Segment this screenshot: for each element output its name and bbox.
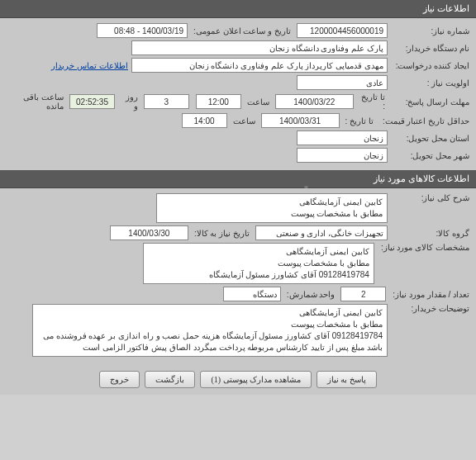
response-deadline-label: مهلت ارسال پاسخ: [391, 97, 469, 107]
need-title-field[interactable]: کابین ایمنی آزمایشگاهی مطابق با مشخصات پ… [156, 193, 388, 223]
needby-label: تاریخ نیاز به کالا: [192, 229, 252, 238]
section1-title: اطلاعات نیاز [423, 3, 469, 13]
validity-todate-label: تا تاریخ : [343, 116, 376, 126]
section2-title: اطلاعات کالاهای مورد نیاز [374, 173, 469, 183]
validity-time-field[interactable] [182, 113, 227, 128]
remain-time-field[interactable] [69, 94, 115, 109]
response-time-label: ساعت [245, 97, 272, 107]
buyer-org-field[interactable] [131, 40, 388, 55]
buyer-org-label: نام دستگاه خریدار: [391, 44, 469, 53]
goods-spec-label: مشخصات کالای مورد نیاز: [378, 243, 469, 252]
response-date-field[interactable] [275, 94, 354, 109]
goods-group-label: گروه کالا: [391, 229, 469, 238]
quantity-label: تعداد / مقدار مورد نیاز: [389, 290, 469, 299]
remain-time-label: ساعت باقی مانده [7, 92, 66, 111]
creator-label: ایجاد کننده درخواست: [391, 61, 469, 70]
remain-days-field[interactable] [144, 94, 189, 109]
response-time-field[interactable] [196, 94, 241, 109]
response-todate-label: تا تاریخ : [357, 92, 388, 111]
buyer-notes-label: توضیحات خریدار: [391, 304, 469, 313]
need-title-label: شرح کلی نیاز: [391, 193, 469, 202]
section2-body: شرح کلی نیاز: کابین ایمنی آزمایشگاهی مطا… [0, 188, 476, 364]
goods-spec-field[interactable]: کابین ایمنی آزمایشگاهی مطابق با مشخصات پ… [143, 243, 374, 284]
province-field[interactable] [297, 130, 388, 145]
section1-body: شماره نیاز: تاریخ و ساعت اعلان عمومی: نا… [0, 18, 476, 170]
validity-time-label: ساعت [231, 116, 258, 126]
province-label: استان محل تحویل: [391, 134, 469, 143]
buttons-row: پاسخ به نیاز مشاهده مدارک پیوستی (1) باز… [0, 364, 476, 395]
remain-days-label: روز و [118, 92, 140, 111]
needby-field[interactable] [110, 225, 188, 240]
buyer-notes-field[interactable]: کابین ایمنی آزمایشگاهی مطابق با مشخصات پ… [32, 304, 388, 357]
need-number-label: شماره نیاز: [391, 26, 469, 36]
respond-button[interactable]: پاسخ به نیاز [317, 371, 377, 388]
unit-label: واحد شمارش: [284, 290, 338, 299]
unit-field[interactable] [223, 287, 281, 301]
quantity-field[interactable] [340, 287, 386, 301]
announce-date-field[interactable] [97, 23, 188, 38]
back-button[interactable]: بازگشت [145, 371, 195, 388]
city-label: شهر محل تحویل: [391, 151, 469, 160]
section1-header: اطلاعات نیاز [0, 0, 476, 18]
priority-field[interactable] [297, 75, 388, 90]
close-button[interactable]: خروج [99, 371, 140, 388]
announce-date-label: تاریخ و ساعت اعلان عمومی: [191, 26, 293, 36]
validity-label: حداقل تاریخ اعتبار قیمت: [379, 116, 469, 126]
creator-field[interactable] [131, 58, 388, 73]
goods-group-field[interactable] [255, 225, 388, 240]
contact-link[interactable]: اطلاعات تماس خریدار [51, 61, 128, 70]
city-field[interactable] [297, 148, 388, 163]
view-attachments-button[interactable]: مشاهده مدارک پیوستی (1) [200, 371, 311, 388]
need-number-field[interactable] [297, 23, 388, 38]
priority-label: اولویت نیاز : [391, 78, 469, 88]
validity-date-field[interactable] [261, 113, 340, 128]
section2-header: اطلاعات کالاهای مورد نیاز [0, 170, 476, 188]
